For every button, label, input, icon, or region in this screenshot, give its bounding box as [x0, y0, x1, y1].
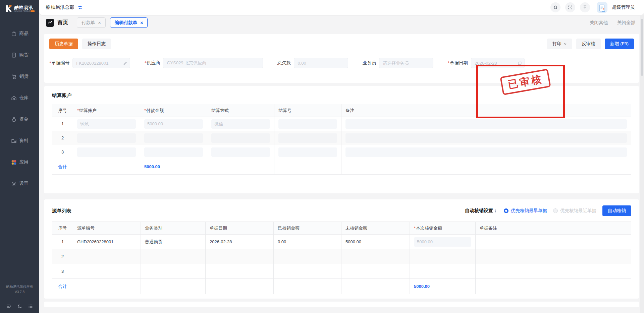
- settle-method-input[interactable]: [211, 119, 270, 129]
- auto-writeoff-button[interactable]: 自动核销: [602, 205, 631, 216]
- settlement-row: 2: [52, 131, 631, 145]
- source-doc-no: GHD20260228001: [73, 235, 141, 249]
- user-name: 超级管理员: [612, 4, 635, 10]
- folder-icon: [11, 138, 17, 144]
- field-total-debt: 总欠款: [277, 58, 348, 68]
- sidebar-item-data[interactable]: 资料: [0, 130, 39, 151]
- app-logo[interactable]: 酷柚易汛 WAUKING POMELO: [0, 0, 39, 15]
- dark-mode-moon-icon[interactable]: [17, 304, 22, 309]
- sidebar-menu: 商品 购货 销货 仓库 资金 资料: [0, 23, 39, 194]
- settle-method-input[interactable]: [211, 147, 270, 157]
- remark-input[interactable]: [345, 147, 627, 157]
- app-root: 酷柚易汛 WAUKING POMELO 商品 购货 销货 仓库: [0, 0, 644, 313]
- operation-log-button[interactable]: 操作日志: [82, 39, 111, 49]
- next-section-card: [44, 302, 639, 307]
- company-name: 酷柚易汛总部: [46, 4, 74, 10]
- salesman-input[interactable]: [379, 58, 433, 68]
- current-writeoff-input[interactable]: [414, 237, 471, 247]
- source-date: 2026-02-28: [206, 235, 274, 249]
- sidebar-item-funds[interactable]: 资金: [0, 109, 39, 130]
- settle-method-input[interactable]: [211, 133, 270, 143]
- scroll-top-button[interactable]: [580, 2, 590, 12]
- collapse-sidebar-icon[interactable]: [6, 304, 12, 309]
- source-biz-type: 普通购货: [141, 235, 206, 249]
- source-section-title: 源单列表: [52, 208, 71, 214]
- doc-date-input[interactable]: [471, 58, 525, 68]
- source-total-row: 合计 5000.00: [52, 279, 631, 294]
- vertical-scrollbar[interactable]: [640, 15, 644, 313]
- print-button[interactable]: 打印: [547, 39, 572, 49]
- apps-icon: [11, 160, 17, 165]
- source-row: 2: [52, 249, 631, 264]
- main-area: 酷柚易汛总部 超级管理员: [39, 0, 644, 313]
- settlement-total-row: 合计 5000.00: [52, 159, 631, 175]
- fullscreen-button[interactable]: [565, 2, 575, 12]
- calendar-icon[interactable]: [518, 61, 522, 65]
- field-salesman: 业务员: [363, 58, 434, 68]
- sidebar-item-apps[interactable]: 应用: [0, 151, 39, 173]
- total-label: 合计: [52, 279, 73, 294]
- source-remark: [476, 235, 631, 249]
- sidebar: 酷柚易汛 WAUKING POMELO 商品 购货 销货 仓库: [0, 0, 39, 313]
- close-others-button[interactable]: 关闭其他: [590, 20, 608, 26]
- pay-amount-input[interactable]: [144, 133, 203, 143]
- supplier-input[interactable]: [163, 58, 263, 68]
- unaudit-button[interactable]: 反审核: [576, 39, 601, 49]
- fullscreen-icon: [568, 5, 573, 10]
- settle-no-input[interactable]: [278, 119, 337, 129]
- sidebar-item-sales[interactable]: 销货: [0, 66, 39, 87]
- document-header-card: 历史单据 操作日志 打印 反审核 新增 (F9) *单据编号: [44, 34, 639, 83]
- settlement-row: 1: [52, 117, 631, 131]
- settlement-table: 序号 *结算账户 *付款金额 结算方式 结算号 备注 1: [52, 104, 631, 175]
- version-text: V3.7.8: [0, 290, 39, 295]
- edit-pencil-icon[interactable]: [123, 61, 127, 65]
- warehouse-icon: [11, 95, 17, 101]
- avatar[interactable]: [597, 2, 607, 13]
- settlement-row: 3: [52, 145, 631, 159]
- radio-latest-option[interactable]: 优先核销最近单据: [553, 208, 596, 214]
- logo-tag: [31, 10, 35, 12]
- tab-edit-payment-order[interactable]: 编辑付款单 ×: [110, 17, 148, 28]
- source-row: 3: [52, 264, 631, 279]
- close-all-button[interactable]: 关闭全部: [617, 20, 635, 26]
- home-button[interactable]: [550, 2, 560, 12]
- required-asterisk: *: [77, 108, 79, 113]
- remark-input[interactable]: [345, 119, 627, 129]
- settle-account-input[interactable]: [77, 119, 136, 129]
- doc-no-input[interactable]: [72, 58, 130, 68]
- switch-org-button[interactable]: [77, 5, 83, 10]
- arrow-up-icon: [583, 5, 587, 10]
- required-asterisk: *: [145, 60, 146, 65]
- settlement-account-card: 结算账户 序号 *结算账户 *付款金额 结算方式 结算号 备注: [44, 86, 639, 193]
- settle-no-input[interactable]: [278, 147, 337, 157]
- sidebar-item-warehouse[interactable]: 仓库: [0, 87, 39, 109]
- settlement-header-row: 序号 *结算账户 *付款金额 结算方式 结算号 备注: [52, 104, 631, 117]
- menu-list-icon[interactable]: [28, 304, 33, 309]
- add-new-button[interactable]: 新增 (F9): [605, 39, 634, 49]
- moneybag-icon: [11, 117, 17, 122]
- sidebar-item-settings[interactable]: 设置: [0, 173, 39, 194]
- scrollbar-thumb[interactable]: [641, 19, 643, 76]
- remark-input[interactable]: [345, 133, 627, 143]
- pay-amount-input[interactable]: [144, 119, 203, 129]
- tab-payment-order[interactable]: 付款单 ×: [77, 17, 106, 28]
- logo-subtext: WAUKING POMELO: [14, 10, 30, 12]
- history-docs-button[interactable]: 历史单据: [49, 39, 78, 49]
- settle-account-input[interactable]: [77, 147, 136, 157]
- home-tab-button[interactable]: [46, 19, 54, 27]
- settle-account-input[interactable]: [77, 133, 136, 143]
- tab-home-label[interactable]: 首页: [57, 19, 68, 26]
- sidebar-item-purchase[interactable]: 购货: [0, 44, 39, 66]
- pay-amount-input[interactable]: [144, 147, 203, 157]
- total-debt-input[interactable]: [294, 58, 348, 68]
- home-icon: [553, 5, 558, 10]
- bag-icon: [11, 31, 17, 37]
- ledger-icon: [11, 52, 17, 58]
- settle-no-input[interactable]: [278, 133, 337, 143]
- close-tab-icon[interactable]: ×: [140, 20, 143, 25]
- radio-earliest-option[interactable]: 优先核销最早单据: [504, 208, 547, 214]
- close-tab-icon[interactable]: ×: [98, 20, 101, 25]
- chart-icon: [48, 20, 53, 25]
- sidebar-item-goods[interactable]: 商品: [0, 23, 39, 44]
- logo-k-icon: [5, 5, 13, 13]
